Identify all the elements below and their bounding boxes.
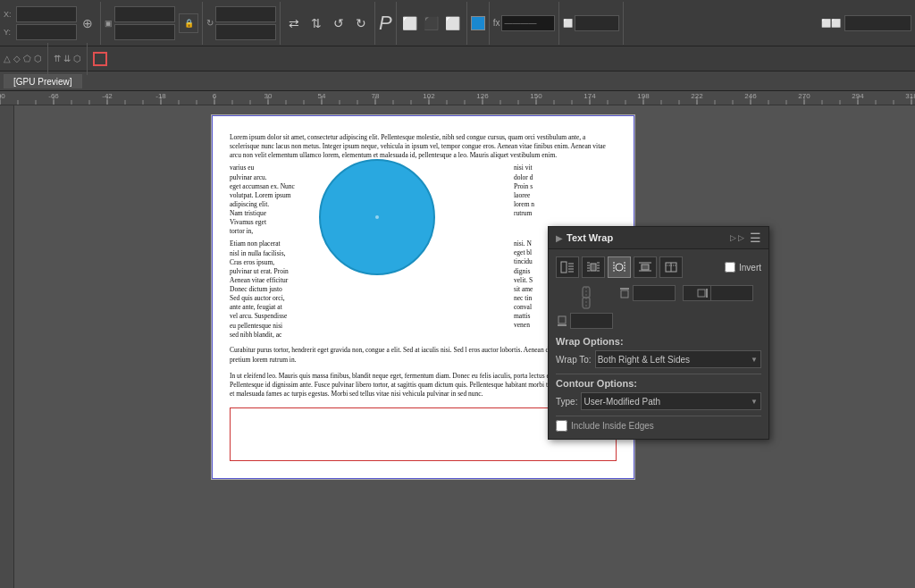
tb2-icon2: ◇ [13, 54, 21, 63]
rotate-ccw-btn[interactable]: ↺ [329, 13, 348, 33]
offset-bottom-group: 10 mm [556, 313, 616, 329]
canvas-area: Lorem ipsum dolor sit amet, consectetur … [0, 105, 915, 588]
x-input[interactable]: 76,647 mm [16, 6, 77, 22]
divider-1 [556, 374, 761, 374]
panel-collapse-icon[interactable]: ▶ [556, 233, 563, 243]
wrap-to-row: Wrap To: Both Right & Left Sides Left Si… [556, 350, 761, 368]
panel-menu-icon[interactable]: ☰ [750, 231, 761, 245]
wrap-to-label: Wrap To: [556, 355, 592, 365]
offset-right-input[interactable]: 10 mm [710, 285, 753, 301]
flip-h-btn[interactable]: ⇄ [284, 13, 304, 33]
svg-rect-35 [698, 290, 705, 297]
wrap-mode-next-col-btn[interactable] [659, 256, 683, 278]
chain-svg [581, 285, 592, 310]
text-tool-icon: P [379, 12, 392, 35]
ruler-vertical [0, 105, 14, 588]
contour-type-row: Type: User-Modified Path Detect Edges Al… [556, 392, 761, 410]
align-left-btn[interactable]: ⬜ [400, 13, 420, 33]
tb2-icon7: ⬡ [73, 54, 81, 63]
lock-proportions-btn[interactable]: 🔒 [179, 13, 198, 33]
rotate-cw-btn[interactable]: ↻ [351, 13, 371, 33]
svg-point-14 [616, 264, 623, 271]
opacity-input[interactable]: 100% [575, 15, 619, 31]
paragraph-1: Lorem ipsum dolor sit amet, consectetur … [230, 133, 617, 160]
align-group: ⬜ ⬛ ⬜ [400, 2, 467, 45]
toolbar-second: △ ◇ ⬠ ⬡ ⇈ ⇊ ⬡ [0, 46, 915, 71]
type-select-wrapper: User-Modified Path Detect Edges Alpha Ch… [581, 392, 761, 410]
opacity-label: ⬜ [563, 19, 573, 28]
xy-group: X: 76,647 mm Y: 76,647 mm ⊕ [4, 2, 101, 45]
wrap-options-section: Wrap Options: Wrap To: Both Right & Left… [556, 336, 761, 368]
offset-top-icon [618, 287, 631, 299]
contour-options-section: Contour Options: Type: User-Modified Pat… [556, 378, 761, 410]
wrap-mode-jump-btn[interactable] [634, 256, 657, 278]
contour-options-label: Contour Options: [556, 378, 761, 389]
coord-display: ⬜⬜ 4,233 mm [821, 15, 911, 31]
wrap-modes-row: Invert [556, 256, 761, 278]
no-wrap-icon [560, 261, 575, 273]
distribute-btn[interactable]: ⬜ [443, 13, 463, 33]
offset-top-input[interactable]: 10 mm [633, 285, 676, 301]
tb2-icon5: ⇈ [54, 54, 61, 63]
w-input[interactable]: 100% [114, 6, 175, 22]
offset-left-group: 10 mm [681, 285, 693, 301]
contour-wrap-icon [612, 261, 626, 273]
offset-right-group: 10 mm [696, 285, 756, 301]
svg-rect-23 [642, 265, 649, 270]
tb2-icon1: △ [4, 54, 11, 63]
svg-rect-30 [621, 290, 628, 298]
include-edges-label: Include Inside Edges [571, 421, 654, 431]
offset-inputs: 10 mm 10 mm [556, 285, 761, 329]
shear-input[interactable]: 0° [215, 24, 276, 40]
panel-body: Invert 10 mm [549, 249, 768, 439]
chain-link-icon[interactable] [556, 285, 616, 310]
bbox-wrap-icon [586, 261, 600, 273]
tb2-color-box[interactable] [93, 52, 107, 66]
wrap-to-select-wrapper: Both Right & Left Sides Left Side Right … [595, 350, 761, 368]
y-label: Y: [4, 28, 14, 37]
gpu-preview-tab[interactable]: [GPU Preview] [4, 74, 82, 88]
text-tool-group: P [379, 2, 397, 45]
svg-rect-5 [591, 264, 596, 271]
rotation-input[interactable]: 0° [215, 6, 276, 22]
panel-expand-icon[interactable]: ▷▷ [730, 233, 746, 242]
panel-header[interactable]: ▶ Text Wrap ▷▷ ☰ [549, 227, 768, 249]
svg-rect-0 [561, 262, 567, 273]
circle-object[interactable] [319, 159, 435, 275]
rotation-icon: ↻ [206, 18, 214, 28]
x-label: X: [4, 10, 14, 19]
toolbar-top: X: 76,647 mm Y: 76,647 mm ⊕ ▣ 100% 100% … [0, 0, 915, 46]
xy-icon: ⊕ [82, 16, 93, 30]
svg-rect-34 [706, 289, 708, 298]
circle-center [375, 215, 379, 219]
align-center-btn[interactable]: ⬛ [422, 13, 441, 33]
include-edges-checkbox[interactable] [556, 420, 567, 432]
wrap-mode-contour-btn[interactable] [608, 256, 631, 278]
tab-bar: [GPU Preview] [0, 71, 915, 91]
xy-inputs: X: 76,647 mm Y: 76,647 mm [4, 6, 77, 40]
opacity-group: ⬜ 100% [563, 2, 624, 45]
canvas-scroll[interactable]: Lorem ipsum dolor sit amet, consectetur … [14, 105, 915, 588]
fill-group [471, 2, 490, 45]
invert-checkbox[interactable] [725, 262, 735, 273]
type-select[interactable]: User-Modified Path Detect Edges Alpha Ch… [581, 392, 761, 410]
coord-input[interactable]: 4,233 mm [844, 15, 911, 31]
wrap-mode-bbox-btn[interactable] [582, 256, 605, 278]
offset-top-group: 10 mm [618, 285, 678, 301]
rotation-inputs: 0° 0° [215, 6, 276, 40]
h-input[interactable]: 100% [114, 24, 175, 40]
offset-right-icon [696, 287, 709, 299]
wrap-to-select[interactable]: Both Right & Left Sides Left Side Right … [595, 350, 761, 368]
type-label: Type: [556, 397, 577, 407]
svg-rect-37 [558, 316, 566, 323]
wh-group: ▣ 100% 100% 🔒 [105, 2, 203, 45]
fill-color-swatch[interactable] [471, 16, 485, 30]
svg-rect-29 [620, 288, 629, 290]
offset-bottom-input[interactable]: 10 mm [570, 313, 613, 329]
stroke-swatch: ———— [501, 15, 555, 31]
wrap-mode-none-btn[interactable] [556, 256, 579, 278]
flip-v-btn[interactable]: ⇅ [306, 13, 326, 33]
next-col-wrap-icon [664, 261, 678, 273]
jump-wrap-icon [638, 261, 652, 273]
y-input[interactable]: 76,647 mm [16, 24, 77, 40]
